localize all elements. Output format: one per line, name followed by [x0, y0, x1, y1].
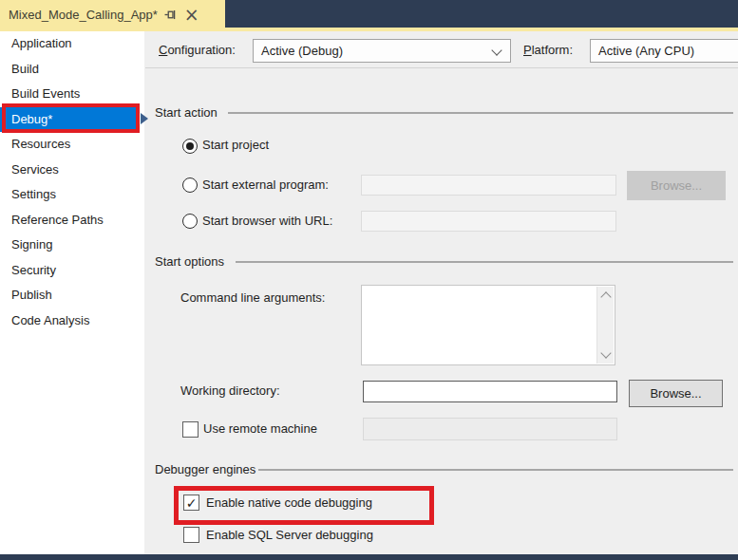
- working-directory-input[interactable]: [363, 381, 617, 402]
- sidebar-item-application[interactable]: Application: [0, 31, 144, 57]
- sidebar-item-build-events[interactable]: Build Events: [0, 82, 144, 107]
- sidebar-item-build[interactable]: Build: [0, 57, 144, 83]
- sidebar-item-reference-paths[interactable]: Reference Paths: [0, 208, 144, 233]
- checkmark-icon: ✓: [186, 496, 198, 510]
- sidebar-item-services[interactable]: Services: [0, 158, 144, 183]
- browser-url-input[interactable]: [361, 211, 616, 232]
- radio-start-browser-url-label: Start browser with URL:: [202, 214, 332, 229]
- sidebar-item-signing[interactable]: Signing: [0, 233, 144, 258]
- radio-start-external-program-label: Start external program:: [202, 177, 329, 193]
- section-line: [228, 112, 733, 114]
- window-bottom-border: [0, 554, 738, 560]
- radio-start-browser-url[interactable]: [182, 214, 198, 229]
- sidebar: ApplicationBuildBuild EventsDebug*Resour…: [0, 31, 144, 554]
- selected-item-arrow: [141, 113, 148, 124]
- close-icon[interactable]: ×: [184, 8, 199, 21]
- section-line: [236, 261, 733, 263]
- enable-native-code-debugging-checkbox[interactable]: ✓: [183, 495, 199, 511]
- section-title-start-action: Start action: [155, 105, 218, 121]
- toolbar-separator: [145, 67, 738, 68]
- properties-window: Mixed_Mode_Calling_App* × ApplicationBui…: [0, 0, 738, 560]
- working-directory-label: Working directory:: [180, 383, 280, 399]
- chevron-down-icon: [491, 45, 501, 55]
- radio-start-external-program[interactable]: [182, 177, 198, 193]
- use-remote-machine-checkbox[interactable]: [182, 421, 199, 438]
- radio-start-project-label: Start project: [202, 138, 269, 153]
- use-remote-machine-label: Use remote machine: [203, 421, 317, 437]
- sidebar-item-resources[interactable]: Resources: [0, 132, 144, 158]
- configuration-dropdown[interactable]: Active (Debug): [253, 39, 511, 63]
- pin-icon[interactable]: [163, 7, 179, 22]
- sidebar-item-security[interactable]: Security: [0, 258, 144, 284]
- configuration-label: Configuration:: [159, 43, 236, 58]
- platform-label: Platform:: [523, 43, 573, 58]
- section-title-debugger-engines: Debugger engines: [155, 462, 255, 477]
- section-title-start-options: Start options: [155, 254, 224, 270]
- external-program-input[interactable]: [361, 175, 616, 196]
- remote-machine-input[interactable]: [363, 418, 617, 440]
- tab-title: Mixed_Mode_Calling_App*: [9, 8, 158, 22]
- command-line-arguments-textarea[interactable]: [361, 285, 615, 365]
- sidebar-item-publish[interactable]: Publish: [0, 283, 144, 308]
- browse-working-directory-button[interactable]: Browse...: [629, 380, 723, 407]
- platform-dropdown[interactable]: Active (Any CPU): [590, 39, 738, 63]
- textarea-scrollbar[interactable]: [596, 287, 614, 364]
- platform-value: Active (Any CPU): [598, 44, 694, 58]
- browse-external-button[interactable]: Browse...: [627, 171, 726, 200]
- radio-start-project[interactable]: [182, 139, 198, 154]
- enable-sql-server-debugging-label: Enable SQL Server debugging: [206, 528, 373, 543]
- document-tab[interactable]: Mixed_Mode_Calling_App* ×: [0, 0, 225, 31]
- enable-native-code-debugging-label: Enable native code debugging: [206, 495, 372, 511]
- sidebar-item-settings[interactable]: Settings: [0, 182, 144, 208]
- scroll-up-icon[interactable]: [600, 291, 611, 302]
- configuration-value: Active (Debug): [261, 44, 343, 58]
- enable-sql-server-debugging-checkbox[interactable]: [183, 527, 199, 543]
- scroll-down-icon[interactable]: [600, 347, 611, 358]
- sidebar-item-debug[interactable]: Debug*: [0, 107, 139, 133]
- sidebar-item-code-analysis[interactable]: Code Analysis: [0, 308, 144, 334]
- command-line-arguments-label: Command line arguments:: [180, 290, 325, 306]
- section-line: [258, 469, 733, 471]
